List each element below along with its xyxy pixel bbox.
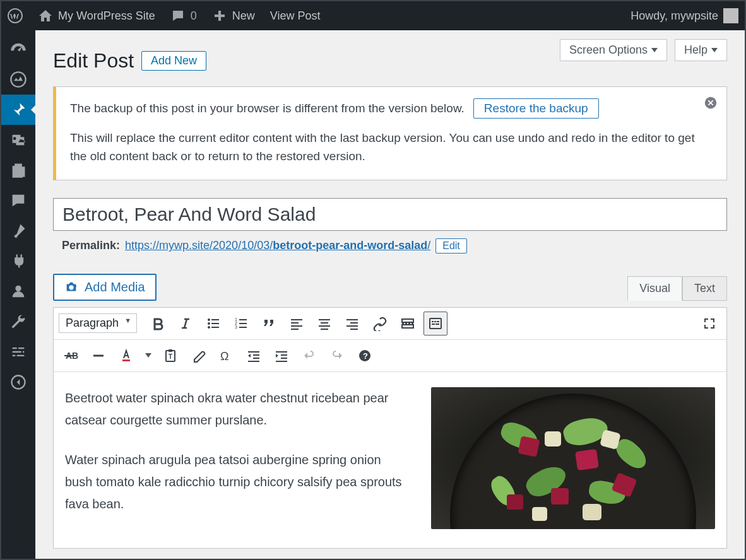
svg-text:T: T	[169, 353, 172, 360]
notice-text-2: This will replace the current editor con…	[70, 129, 713, 166]
autosave-notice: The backup of this post in your browser …	[53, 86, 727, 180]
special-char-button[interactable]: Ω	[214, 344, 238, 368]
svg-text:Ω: Ω	[220, 350, 228, 363]
bullet-list-button[interactable]	[201, 312, 225, 335]
tab-visual[interactable]: Visual	[627, 276, 682, 301]
text-color-button[interactable]	[114, 344, 138, 368]
text-color-dropdown[interactable]	[142, 344, 155, 368]
strikethrough-button[interactable]: ABC	[59, 344, 83, 368]
edit-permalink-button[interactable]: Edit	[435, 238, 467, 254]
dismiss-notice[interactable]	[704, 96, 718, 115]
editor-tabs: Visual Text	[627, 276, 727, 301]
toolbar-toggle-button[interactable]	[423, 312, 447, 335]
menu-dashboard[interactable]	[1, 34, 35, 64]
menu-media[interactable]	[1, 125, 35, 155]
comments-icon	[9, 192, 27, 209]
undo-button[interactable]	[297, 344, 321, 368]
svg-text:?: ?	[363, 351, 368, 361]
dashboard-icon	[9, 40, 27, 58]
content-paragraph: Beetroot water spinach okra water chestn…	[65, 387, 408, 431]
editor-canvas[interactable]: Beetroot water spinach okra water chestn…	[54, 372, 726, 548]
wp-logo[interactable]	[8, 8, 23, 23]
menu-tools[interactable]	[1, 306, 35, 337]
fullscreen-button[interactable]	[697, 312, 721, 335]
paste-text-button[interactable]: T	[158, 344, 182, 368]
help-button[interactable]: ?	[353, 344, 377, 368]
svg-text:3: 3	[235, 325, 237, 329]
camera-icon	[64, 280, 78, 294]
redo-button[interactable]	[325, 344, 349, 368]
page-title: Edit Post	[53, 49, 134, 73]
align-left-button[interactable]	[285, 312, 309, 335]
permalink-label: Permalink:	[62, 239, 120, 252]
numbered-list-button[interactable]: 123	[229, 312, 253, 335]
permalink-link[interactable]: https://mywp.site/2020/10/03/betroot-pea…	[125, 239, 430, 252]
permalink-row: Permalink: https://mywp.site/2020/10/03/…	[62, 238, 727, 254]
menu-collapse[interactable]	[1, 367, 35, 397]
restore-backup-button[interactable]: Restore the backup	[473, 98, 599, 119]
menu-comments[interactable]	[1, 185, 35, 216]
content-paragraph: Water spinach arugula pea tatsoi aubergi…	[65, 449, 408, 515]
svg-rect-12	[122, 359, 130, 361]
user-icon	[9, 283, 27, 300]
comment-count: 0	[191, 9, 197, 23]
site-name: My WordPress Site	[58, 9, 155, 23]
avatar	[723, 8, 738, 23]
menu-users[interactable]	[1, 276, 35, 306]
menu-plugins[interactable]	[1, 246, 35, 276]
comment-icon	[170, 8, 186, 23]
comments-link[interactable]: 0	[170, 8, 197, 23]
menu-settings[interactable]	[1, 337, 35, 367]
post-title-input[interactable]	[53, 198, 727, 231]
toolbar-row-1: Paragraph 123	[54, 308, 726, 340]
admin-menu	[1, 30, 35, 559]
italic-button[interactable]	[174, 312, 198, 335]
pin-icon	[9, 101, 27, 119]
add-media-button[interactable]: Add Media	[53, 274, 157, 301]
add-new-button[interactable]: Add New	[141, 51, 206, 71]
align-right-button[interactable]	[340, 312, 364, 335]
content-area: Screen Options Help Edit Post Add New Th…	[35, 30, 745, 559]
new-label: New	[232, 9, 255, 23]
hr-button[interactable]	[86, 344, 110, 368]
media-icon	[9, 131, 27, 149]
chevron-down-icon	[651, 48, 658, 52]
howdy-text: Howdy, mywpsite	[631, 9, 718, 23]
tab-text[interactable]: Text	[682, 276, 727, 301]
help-toggle[interactable]: Help	[675, 39, 727, 61]
toolbar-row-2: ABC T Ω ?	[54, 340, 726, 372]
link-button[interactable]	[368, 312, 392, 335]
menu-appearance[interactable]	[1, 216, 35, 246]
svg-point-1	[11, 72, 25, 86]
svg-point-5	[208, 322, 210, 325]
site-link[interactable]: My WordPress Site	[38, 8, 155, 23]
format-select[interactable]: Paragraph	[59, 313, 137, 333]
view-post-link[interactable]: View Post	[270, 9, 321, 23]
plug-icon	[9, 252, 27, 270]
menu-posts[interactable]	[1, 95, 35, 125]
post-image[interactable]	[431, 387, 715, 529]
outdent-button[interactable]	[242, 344, 266, 368]
indent-button[interactable]	[269, 344, 293, 368]
align-center-button[interactable]	[312, 312, 336, 335]
brush-icon	[9, 222, 27, 240]
plus-icon	[212, 8, 227, 23]
admin-bar: My WordPress Site 0 New View Post Howdy,…	[1, 1, 745, 30]
notice-text-1: The backup of this post in your browser …	[70, 99, 465, 117]
clear-format-button[interactable]	[186, 344, 210, 368]
close-icon	[704, 96, 718, 110]
home-icon	[38, 8, 53, 23]
wrench-icon	[9, 313, 27, 330]
pages-icon	[9, 161, 27, 179]
svg-point-6	[208, 326, 210, 329]
screen-options-toggle[interactable]: Screen Options	[560, 39, 667, 61]
new-content[interactable]: New	[212, 8, 255, 23]
more-button[interactable]	[396, 312, 420, 335]
menu-matomo[interactable]	[1, 64, 35, 95]
menu-pages[interactable]	[1, 155, 35, 185]
blockquote-button[interactable]	[257, 312, 281, 335]
my-account[interactable]: Howdy, mywpsite	[631, 8, 738, 23]
sliders-icon	[9, 343, 27, 361]
bold-button[interactable]	[146, 312, 170, 335]
analytics-icon	[9, 71, 27, 88]
